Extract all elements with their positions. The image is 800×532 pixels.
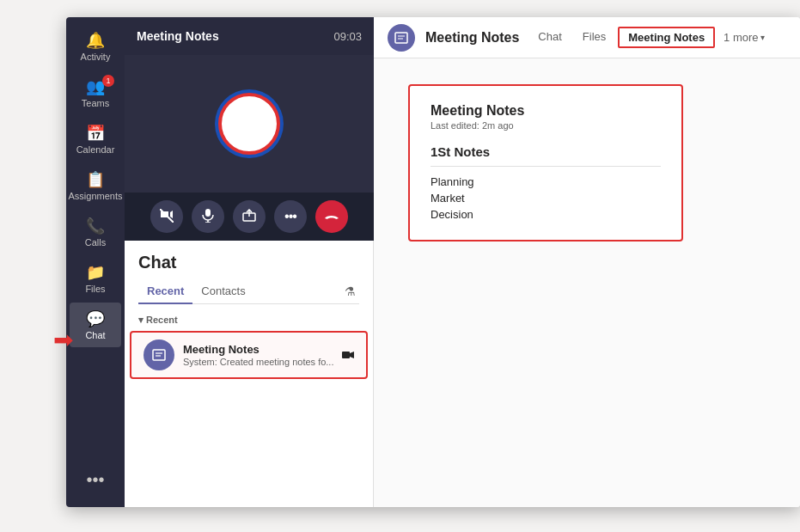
call-title: Meeting Notes [137,29,219,43]
participant-avatar [218,93,280,155]
activity-icon: 🔔 [86,31,105,50]
call-video-area [125,55,374,193]
tab-contacts[interactable]: Contacts [192,279,253,304]
chat-panel-title: Chat [138,253,176,272]
files-icon: 📁 [86,263,105,282]
svg-rect-10 [395,33,407,43]
chat-item-name: Meeting Notes [183,343,337,356]
more-options-button[interactable]: ••• [274,200,307,233]
teams-badge: 1 [102,75,114,87]
main-header-title: Meeting Notes [425,30,519,46]
sidebar-item-label-assignments: Assignments [69,191,123,201]
sidebar-item-label-calendar: Calendar [76,144,115,155]
main-header: Meeting Notes Chat Files Meeting Notes 1… [374,17,800,58]
meeting-notes-icon [144,339,174,370]
app-wrapper: ➡ 🔔 Activity 👥 Teams 1 📅 Calendar 📋 [0,0,800,532]
chat-tabs: Recent Contacts ⚗ [138,279,359,304]
call-panel: Meeting Notes 09:03 [125,17,374,507]
tab-files-header[interactable]: Files [574,17,614,58]
share-screen-button[interactable] [233,200,266,233]
sidebar-item-chat[interactable]: 💬 Chat [70,303,121,347]
sidebar-item-label-calls: Calls [85,237,106,248]
tab-meeting-notes-header[interactable]: Meeting Notes [618,27,715,48]
main-content: Meeting Notes Chat Files Meeting Notes 1… [374,17,800,507]
svg-rect-1 [205,209,211,217]
end-call-icon [324,210,339,223]
tab-chat-header[interactable]: Chat [529,17,570,58]
video-toggle-button[interactable] [150,200,183,233]
share-icon [242,209,256,225]
svg-marker-9 [350,352,354,358]
video-camera-icon [342,348,354,362]
calendar-icon: 📅 [86,124,105,143]
sidebar-item-calls[interactable]: 📞 Calls [70,210,121,254]
sidebar-item-label-files: Files [85,284,105,294]
call-controls: ••• [125,193,374,241]
sidebar-item-assignments[interactable]: 📋 Assignments [70,163,121,208]
sidebar-more-button[interactable]: ••• [70,463,121,497]
assignments-icon: 📋 [86,170,105,189]
main-body: Meeting Notes Last edited: 2m ago 1St No… [374,58,800,507]
filter-icon[interactable]: ⚗ [341,279,359,303]
notes-item-market: Market [431,190,661,206]
notes-item-decision: Decision [431,206,661,223]
chat-item-preview: System: Created meeting notes fo... [183,357,337,367]
chat-title-row: Chat [138,253,359,272]
chat-icon: 💬 [86,309,105,328]
sidebar-item-label-chat: Chat [85,330,105,340]
notes-card: Meeting Notes Last edited: 2m ago 1St No… [408,84,683,242]
svg-rect-5 [153,350,165,360]
arrow-indicator: ➡ [53,328,73,352]
more-tabs-label: 1 more [724,31,758,44]
svg-rect-8 [342,352,350,358]
notes-card-subtitle: Last edited: 2m ago [431,120,661,131]
notes-item-planning: Planning [431,174,661,190]
ellipsis-icon: ••• [284,209,296,224]
call-time: 09:03 [333,30,362,43]
microphone-icon [202,209,214,225]
sidebar-item-teams[interactable]: 👥 Teams 1 [70,70,121,115]
call-header: Meeting Notes 09:03 [125,17,374,55]
chevron-down-icon: ▾ [760,33,765,42]
mute-button[interactable] [192,200,224,233]
app-container: 🔔 Activity 👥 Teams 1 📅 Calendar 📋 Assign… [66,17,800,507]
calls-icon: 📞 [86,217,105,235]
notes-section-title: 1St Notes [431,144,661,167]
sidebar-item-label-teams: Teams [82,98,109,108]
notes-card-title: Meeting Notes [431,103,661,119]
chat-item-content: Meeting Notes System: Created meeting no… [183,343,337,367]
chat-list: ▾ Recent Meeting Notes System: Created m… [125,304,373,507]
sidebar-item-files[interactable]: 📁 Files [70,256,121,301]
chat-item-meeting-notes[interactable]: Meeting Notes System: Created meeting no… [130,331,368,379]
more-dots-icon: ••• [86,470,104,490]
more-tabs-button[interactable]: 1 more ▾ [718,19,769,56]
sidebar: 🔔 Activity 👥 Teams 1 📅 Calendar 📋 Assign… [66,17,125,507]
video-off-icon [160,209,174,225]
sidebar-item-label-activity: Activity [81,52,111,62]
tab-recent[interactable]: Recent [138,279,192,304]
main-header-icon [388,24,415,52]
sidebar-item-activity[interactable]: 🔔 Activity [70,24,121,69]
sidebar-item-calendar[interactable]: 📅 Calendar [70,117,121,162]
chat-panel-header: Chat Recent Contacts ⚗ [125,241,373,304]
recent-section-label: ▾ Recent [125,308,373,329]
chat-sub-panel: Chat Recent Contacts ⚗ ▾ Recent [125,241,374,507]
end-call-button[interactable] [315,200,348,233]
